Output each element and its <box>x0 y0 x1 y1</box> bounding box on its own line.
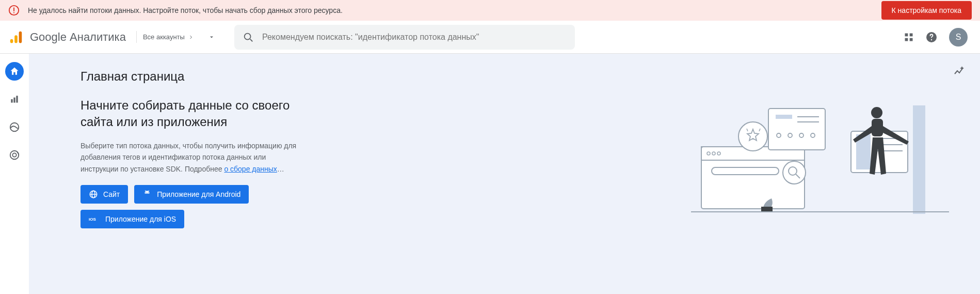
help-icon[interactable] <box>925 31 938 43</box>
main-content: Главная страница Начните собирать данные… <box>29 54 980 294</box>
svg-point-6 <box>245 33 251 39</box>
alert-bar: Не удалось найти потоки данных. Настройт… <box>0 0 980 21</box>
svg-rect-10 <box>905 38 908 41</box>
svg-point-35 <box>783 161 806 184</box>
nav-home[interactable] <box>5 62 24 81</box>
caret-down-icon <box>208 34 215 40</box>
svg-point-13 <box>931 39 932 40</box>
svg-point-24 <box>148 192 149 193</box>
desc-ellipsis: … <box>277 165 284 173</box>
google-analytics-logo-icon <box>8 29 24 45</box>
svg-rect-53 <box>872 119 883 136</box>
account-selector[interactable]: Все аккаунты <box>136 31 219 43</box>
svg-point-52 <box>871 107 882 118</box>
nav-advertising[interactable] <box>5 146 24 164</box>
svg-line-7 <box>250 39 253 41</box>
svg-line-26 <box>149 190 150 191</box>
product-title: Google Аналитика <box>30 30 126 44</box>
page-title: Главная страница <box>81 69 959 84</box>
section-description: Выберите тип потока данных, чтобы получи… <box>81 140 297 175</box>
ios-stream-button[interactable]: iOS Приложение для iOS <box>81 210 184 228</box>
svg-rect-4 <box>14 35 18 43</box>
section-heading: Начните собирать данные со своего сайта … <box>81 97 297 131</box>
svg-rect-5 <box>19 31 22 43</box>
svg-rect-28 <box>913 105 925 214</box>
search-box[interactable] <box>234 25 575 50</box>
search-input[interactable] <box>261 32 567 42</box>
svg-point-46 <box>738 122 767 151</box>
web-stream-button[interactable]: Сайт <box>81 185 128 204</box>
svg-text:iOS: iOS <box>89 217 96 222</box>
android-stream-button[interactable]: Приложение для Android <box>134 185 249 204</box>
nav-explore[interactable] <box>5 118 24 136</box>
chevron-right-icon <box>188 34 194 40</box>
go-to-stream-settings-button[interactable]: К настройкам потока <box>881 1 972 20</box>
apps-icon[interactable] <box>904 32 914 42</box>
svg-rect-16 <box>16 96 18 102</box>
svg-rect-54 <box>761 207 773 212</box>
nav-reports[interactable] <box>5 90 24 109</box>
svg-rect-14 <box>11 99 12 103</box>
android-icon <box>142 190 152 199</box>
svg-rect-39 <box>776 115 792 119</box>
side-nav <box>0 54 29 294</box>
globe-icon <box>89 190 98 199</box>
svg-rect-11 <box>910 38 913 41</box>
svg-rect-3 <box>10 39 13 43</box>
accounts-label: Все аккаунты <box>143 33 185 41</box>
header-actions: S <box>904 28 968 47</box>
ios-icon: iOS <box>89 215 100 223</box>
search-icon <box>243 32 254 43</box>
ios-button-label: Приложение для iOS <box>105 215 176 223</box>
svg-rect-1 <box>13 8 14 11</box>
svg-rect-15 <box>13 98 15 103</box>
avatar[interactable]: S <box>949 28 968 47</box>
svg-rect-9 <box>910 33 913 36</box>
svg-rect-2 <box>13 12 14 13</box>
svg-line-25 <box>146 190 147 191</box>
web-button-label: Сайт <box>103 190 120 198</box>
onboarding-illustration <box>691 105 949 219</box>
alert-error-icon <box>8 5 20 16</box>
svg-point-19 <box>12 153 16 157</box>
insights-icon[interactable] <box>953 65 966 80</box>
app-header: Google Аналитика Все аккаунты S <box>0 21 980 54</box>
alert-text: Не удалось найти потоки данных. Настройт… <box>28 6 881 14</box>
svg-rect-8 <box>905 33 908 36</box>
svg-point-23 <box>146 192 147 193</box>
android-button-label: Приложение для Android <box>157 190 240 198</box>
data-collection-link[interactable]: о сборе данных <box>224 165 277 173</box>
